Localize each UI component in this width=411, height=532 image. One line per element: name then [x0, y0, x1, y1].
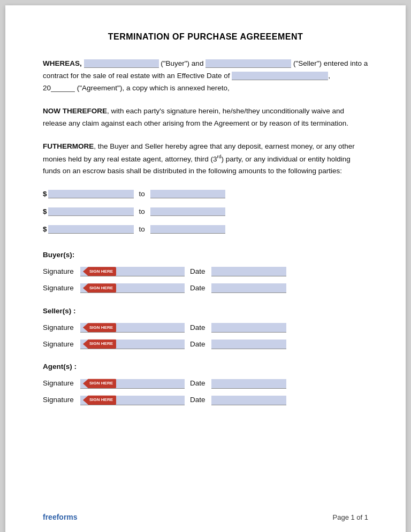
amount-row-1: $ to: [43, 188, 368, 201]
buyer-date-label-1: Date: [190, 266, 211, 278]
year-field[interactable]: [51, 84, 75, 92]
logo-bold: forms: [57, 513, 78, 521]
whereas-paragraph: WHEREAS, ("Buyer") and ("Seller") entere…: [43, 58, 368, 95]
agreement-text: ("Agreement"), a copy which is annexed h…: [75, 84, 230, 92]
whereas-label: WHEREAS,: [43, 59, 84, 67]
now-therefore-label: NOW THEREFORE: [43, 107, 107, 115]
furthermore-label: FUTHERMORE: [43, 142, 94, 150]
seller-sign-here-btn-2[interactable]: SIGN HERE: [83, 340, 116, 349]
agent-date-label-2: Date: [190, 394, 211, 406]
logo-plain: free: [43, 513, 57, 521]
buyer-sign-here-btn-1[interactable]: SIGN HERE: [83, 267, 116, 276]
to-field-3[interactable]: [150, 225, 225, 234]
agent-sig-label-2: Signature: [43, 394, 80, 406]
agent-sig-field-2[interactable]: SIGN HERE: [80, 396, 185, 405]
agent-sig-field-1[interactable]: SIGN HERE: [80, 379, 185, 389]
amounts-section: $ to $ to $ to: [43, 188, 368, 236]
seller-date-label-1: Date: [190, 322, 211, 334]
document-page: TERMINATION OF PURCHASE AGREEEMENT WHERE…: [5, 5, 406, 532]
furthermore-paragraph: FUTHERMORE, the Buyer and Seller hereby …: [43, 141, 368, 178]
seller-date-label-2: Date: [190, 338, 211, 351]
dollar-1: $: [43, 188, 47, 201]
agents-label: Agent(s) :: [43, 361, 368, 373]
seller-sig-field-2[interactable]: SIGN HERE: [80, 340, 185, 349]
agent-date-field-1[interactable]: [211, 379, 286, 389]
buyer-sig-row-1: Signature SIGN HERE Date: [43, 266, 368, 278]
agent-sign-here-btn-2[interactable]: SIGN HERE: [83, 395, 116, 405]
document-title: TERMINATION OF PURCHASE AGREEEMENT: [43, 32, 368, 42]
sellers-section: Seller(s) : Signature SIGN HERE Date Sig…: [43, 305, 368, 351]
amount-field-1[interactable]: [48, 190, 134, 198]
seller-sig-row-2: Signature SIGN HERE Date: [43, 338, 368, 351]
agent-sig-row-2: Signature SIGN HERE Date: [43, 394, 368, 406]
agent-sig-label-1: Signature: [43, 377, 80, 390]
dollar-2: $: [43, 206, 47, 218]
amount-field-2[interactable]: [48, 207, 134, 216]
agent-date-field-2[interactable]: [211, 396, 286, 405]
footer-page: Page 1 of 1: [333, 513, 369, 521]
buyer-sig-label-2: Signature: [43, 282, 80, 295]
seller-sig-field-1[interactable]: SIGN HERE: [80, 323, 185, 333]
footer: freeforms Page 1 of 1: [43, 513, 368, 521]
seller-sign-here-btn-1[interactable]: SIGN HERE: [83, 323, 116, 333]
amount-row-3: $ to: [43, 223, 368, 236]
buyer-sig-field-2[interactable]: SIGN HERE: [80, 283, 185, 293]
now-therefore-paragraph: NOW THEREFORE, with each party's signatu…: [43, 105, 368, 130]
to-field-1[interactable]: [150, 190, 225, 198]
amount-row-2: $ to: [43, 206, 368, 218]
to-label-2: to: [139, 206, 145, 218]
whereas-buyer-text: ("Buyer") and: [159, 59, 206, 67]
agent-sign-here-btn-1[interactable]: SIGN HERE: [83, 379, 116, 389]
buyer-date-field-1[interactable]: [211, 267, 286, 276]
whereas-comma: ,: [328, 72, 330, 80]
buyers-section: Buyer(s): Signature SIGN HERE Date Signa…: [43, 249, 368, 295]
seller-sig-label-1: Signature: [43, 322, 80, 334]
seller-sig-row-1: Signature SIGN HERE Date: [43, 322, 368, 334]
to-label-1: to: [139, 188, 145, 201]
to-label-3: to: [139, 223, 145, 236]
seller-date-field-1[interactable]: [211, 323, 286, 333]
buyer-sig-row-2: Signature SIGN HERE Date: [43, 282, 368, 295]
buyer-sign-here-btn-2[interactable]: SIGN HERE: [83, 283, 116, 293]
buyer-date-label-2: Date: [190, 282, 211, 295]
effective-date-field[interactable]: [232, 72, 328, 80]
to-field-2[interactable]: [150, 207, 225, 216]
seller-sig-label-2: Signature: [43, 338, 80, 351]
buyer-name-field[interactable]: [84, 59, 159, 68]
footer-logo: freeforms: [43, 513, 78, 521]
buyer-sig-field-1[interactable]: SIGN HERE: [80, 267, 185, 276]
buyers-label: Buyer(s):: [43, 249, 368, 261]
seller-name-field[interactable]: [206, 59, 291, 68]
year-prefix: 20: [43, 84, 51, 92]
amount-field-3[interactable]: [48, 225, 134, 234]
buyer-date-field-2[interactable]: [211, 283, 286, 293]
agents-section: Agent(s) : Signature SIGN HERE Date Sign…: [43, 361, 368, 406]
agent-date-label-1: Date: [190, 377, 211, 390]
buyer-sig-label-1: Signature: [43, 266, 80, 278]
agent-sig-row-1: Signature SIGN HERE Date: [43, 377, 368, 390]
seller-date-field-2[interactable]: [211, 340, 286, 349]
sellers-label: Seller(s) :: [43, 305, 368, 318]
dollar-3: $: [43, 223, 47, 236]
